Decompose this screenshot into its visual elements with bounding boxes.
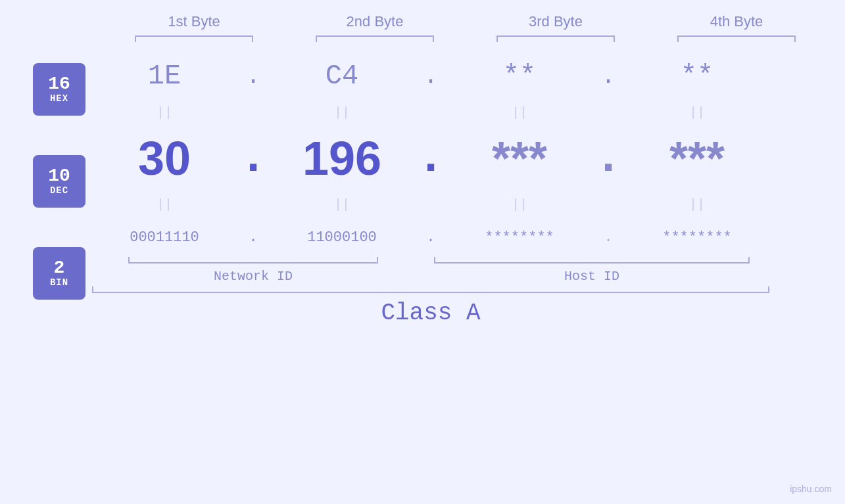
bottom-brackets: Network ID Host ID [92, 262, 769, 284]
hex-row: 1E . C4 . ** . ** [92, 53, 815, 99]
byte-header-3: 3rd Byte [483, 13, 628, 37]
badges-column: 16 HEX 10 DEC 2 BIN [33, 63, 85, 339]
main-container: 1st Byte 2nd Byte 3rd Byte 4th Byte 16 H… [0, 0, 845, 504]
equals-row-1: || || || || [92, 99, 769, 126]
hex-byte-3: ** [447, 60, 592, 92]
hex-byte-1: 1E [92, 60, 237, 92]
dec-sep-3: . [592, 131, 625, 185]
bin-byte-2: 11000100 [270, 229, 414, 246]
dec-byte-4: *** [625, 131, 769, 185]
bin-sep-1: . [237, 229, 270, 246]
bin-badge: 2 BIN [33, 247, 85, 300]
hex-byte-4: ** [625, 60, 769, 92]
byte-header-1: 1st Byte [122, 13, 266, 37]
hex-badge: 16 HEX [33, 63, 85, 116]
dec-row: 30 . 196 . *** . *** [92, 126, 815, 191]
bin-byte-3: ******** [447, 229, 592, 246]
bin-sep-2: . [414, 229, 447, 246]
dec-sep-2: . [414, 131, 447, 185]
dec-byte-1: 30 [92, 131, 237, 185]
host-id-bracket: Host ID [414, 262, 769, 284]
hex-sep-3: . [592, 63, 625, 90]
hex-byte-2: C4 [270, 60, 414, 92]
watermark: ipshu.com [790, 484, 832, 494]
dec-sep-1: . [237, 131, 270, 185]
equals-row-2: || || || || [92, 191, 769, 218]
class-label: Class A [92, 300, 769, 327]
byte-headers: 1st Byte 2nd Byte 3rd Byte 4th Byte [104, 13, 827, 37]
dec-badge: 10 DEC [33, 155, 85, 208]
bin-row: 00011110 . 11000100 . ******** . *******… [92, 218, 815, 257]
full-bracket: Class A [92, 292, 769, 327]
byte-header-4: 4th Byte [664, 13, 809, 37]
network-id-label: Network ID [214, 269, 293, 284]
byte-header-2: 2nd Byte [302, 13, 447, 37]
bin-byte-4: ******** [625, 229, 769, 246]
bin-byte-1: 00011110 [92, 229, 237, 246]
dec-byte-2: 196 [270, 131, 414, 185]
bin-sep-3: . [592, 229, 625, 246]
hex-sep-2: . [414, 63, 447, 90]
hex-sep-1: . [237, 63, 270, 90]
dec-byte-3: *** [447, 131, 592, 185]
host-id-label: Host ID [564, 269, 619, 284]
network-id-bracket: Network ID [92, 262, 414, 284]
